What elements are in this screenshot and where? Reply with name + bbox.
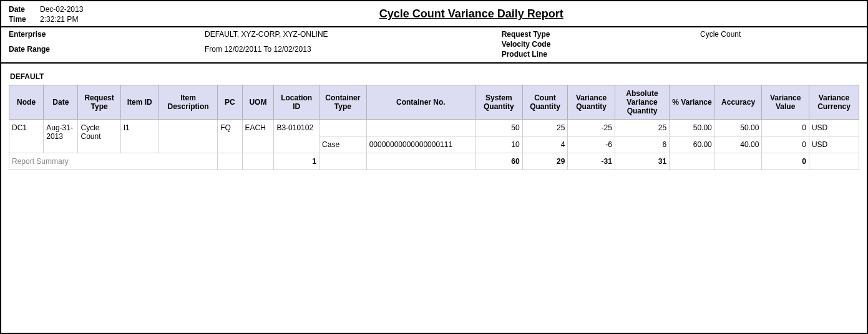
th-count-quantity: Count Quantity: [522, 85, 568, 120]
th-variance-currency: Variance Currency: [809, 85, 859, 120]
summary-pct-variance: [670, 153, 715, 170]
cell-item-description: [158, 120, 217, 153]
th-location-id: Location ID: [274, 85, 319, 120]
meta-left: Enterprise DEFAULT, XYZ-CORP, XYZ-ONLINE…: [9, 30, 477, 59]
cell-system-quantity: 10: [475, 136, 523, 153]
cell-container-type: [319, 120, 367, 136]
th-accuracy: Accuracy: [714, 85, 762, 120]
velocity-code-value: [700, 40, 868, 49]
summary-variance-value: 0: [762, 153, 809, 170]
cell-variance-currency: USD: [809, 136, 859, 153]
summary-empty: [366, 153, 475, 170]
cell-container-no: [366, 120, 475, 136]
table-body: DC1 Aug-31-2013 Cycle Count I1 FQ EACH B…: [9, 120, 859, 170]
date-label: Date: [9, 5, 34, 14]
summary-system-quantity: 60: [475, 153, 523, 170]
th-uom: UOM: [242, 85, 274, 120]
date-value: Dec-02-2013: [40, 5, 83, 14]
summary-absolute-variance-quantity: 31: [615, 153, 669, 170]
request-type-label: Request Type: [502, 30, 694, 39]
enterprise-label: Enterprise: [9, 30, 198, 44]
page-title: Cycle Count Variance Daily Report: [379, 7, 563, 21]
header-meta: Enterprise DEFAULT, XYZ-CORP, XYZ-ONLINE…: [1, 27, 867, 64]
cell-container-type: Case: [319, 136, 367, 153]
cell-absolute-variance-quantity: 25: [615, 120, 669, 136]
cell-variance-value: 0: [762, 120, 809, 136]
th-absolute-variance-quantity: Absolute Variance Quantity: [615, 85, 669, 120]
cell-count-quantity: 25: [522, 120, 568, 136]
cell-variance-quantity: -25: [568, 120, 615, 136]
th-date: Date: [44, 85, 78, 120]
title-wrap: Cycle Count Variance Daily Report: [83, 5, 859, 24]
th-system-quantity: System Quantity: [475, 85, 523, 120]
th-item-description: Item Description: [158, 85, 217, 120]
summary-row: Report Summary 1 60 29 -31 31 0: [9, 153, 859, 170]
table-header-row: Node Date Request Type Item ID Item Desc…: [9, 85, 859, 120]
meta-right: Request Type Cycle Count Velocity Code P…: [477, 30, 868, 59]
cell-pct-variance: 60.00: [670, 136, 715, 153]
th-variance-quantity: Variance Quantity: [568, 85, 615, 120]
th-pct-variance: % Variance: [670, 85, 715, 120]
request-type-value: Cycle Count: [700, 30, 868, 39]
content: DEFAULT Node Date Request Type Item ID I…: [1, 64, 867, 176]
table-row: DC1 Aug-31-2013 Cycle Count I1 FQ EACH B…: [9, 120, 859, 136]
report-table: Node Date Request Type Item ID Item Desc…: [9, 85, 859, 170]
date-time-block: Date Dec-02-2013 Time 2:32:21 PM: [9, 5, 83, 24]
cell-accuracy: 50.00: [714, 120, 762, 136]
summary-variance-currency: [809, 153, 859, 170]
section-title: DEFAULT: [10, 72, 859, 81]
cell-date: Aug-31-2013: [44, 120, 78, 153]
cell-location-id: B3-010102: [274, 120, 319, 153]
summary-empty: [319, 153, 367, 170]
cell-absolute-variance-quantity: 6: [615, 136, 669, 153]
table-head: Node Date Request Type Item ID Item Desc…: [9, 85, 859, 120]
cell-variance-value: 0: [762, 136, 809, 153]
time-label: Time: [9, 15, 34, 24]
product-line-value: [700, 50, 868, 59]
cell-uom: EACH: [242, 120, 274, 153]
cell-accuracy: 40.00: [714, 136, 762, 153]
date-range-label: Date Range: [9, 45, 198, 59]
header-top: Date Dec-02-2013 Time 2:32:21 PM Cycle C…: [1, 1, 867, 27]
th-node: Node: [9, 85, 44, 120]
cell-request-type: Cycle Count: [78, 120, 120, 153]
product-line-label: Product Line: [502, 50, 694, 59]
cell-node: DC1: [9, 120, 44, 153]
time-value: 2:32:21 PM: [40, 15, 83, 24]
summary-empty: [218, 153, 242, 170]
summary-count-quantity: 29: [522, 153, 568, 170]
summary-location-count: 1: [274, 153, 319, 170]
th-request-type: Request Type: [78, 85, 120, 120]
summary-empty: [242, 153, 274, 170]
th-variance-value: Variance Value: [762, 85, 809, 120]
cell-count-quantity: 4: [522, 136, 568, 153]
cell-item-id: I1: [120, 120, 158, 153]
summary-accuracy: [714, 153, 762, 170]
cell-pc: FQ: [218, 120, 242, 153]
cell-container-no: 00000000000000000111: [366, 136, 475, 153]
enterprise-value: DEFAULT, XYZ-CORP, XYZ-ONLINE: [205, 30, 477, 44]
date-range-value: From 12/02/2011 To 12/02/2013: [205, 45, 477, 59]
cell-system-quantity: 50: [475, 120, 523, 136]
th-container-no: Container No.: [366, 85, 475, 120]
th-pc: PC: [218, 85, 242, 120]
velocity-code-label: Velocity Code: [502, 40, 694, 49]
cell-variance-currency: USD: [809, 120, 859, 136]
report-page: Date Dec-02-2013 Time 2:32:21 PM Cycle C…: [0, 0, 868, 334]
th-container-type: Container Type: [319, 85, 367, 120]
cell-variance-quantity: -6: [568, 136, 615, 153]
summary-variance-quantity: -31: [568, 153, 615, 170]
th-item-id: Item ID: [120, 85, 158, 120]
summary-label: Report Summary: [9, 153, 218, 170]
cell-pct-variance: 50.00: [670, 120, 715, 136]
